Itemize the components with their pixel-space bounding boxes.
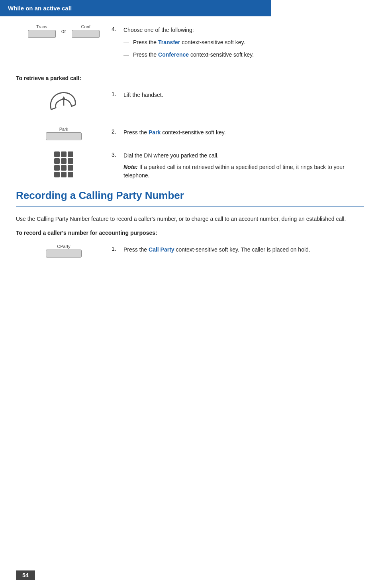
key-dot [61,165,67,171]
recording-step1-right: 1. Press the Call Party context-sensitiv… [112,244,364,254]
key-dot [61,158,67,164]
bullet-conference-text: Press the Conference context-sensitive s… [133,51,254,59]
step4-text-block: Choose one of the following: — Press the… [123,26,254,63]
section-divider [16,206,364,206]
note-body: If a parked call is not retrieved within… [123,164,345,179]
key-dot [54,151,60,157]
key-dot [68,151,73,157]
recording-step1-number: 1. [112,246,119,252]
retrieve-section: To retrieve a parked call: 1. [16,75,364,180]
step4-content: 4. Choose one of the following: — Press … [112,26,364,63]
retrieve-step3-row: 3. Dial the DN where you parked the call… [16,150,364,180]
step4-right: 4. Choose one of the following: — Press … [112,24,364,63]
key-dot [61,172,67,177]
note-bold: Note: [123,164,138,170]
key-dot [54,172,60,177]
trans-conf-group: Trans or Conf [28,24,100,38]
step4-intro: Choose one of the following: [123,26,254,34]
recording-step1-prefix: Press the [123,246,149,253]
page-number: 54 [16,570,35,580]
svg-marker-1 [62,96,66,100]
header-bar: While on an active call [0,0,271,16]
callparty-highlight: Call Party [149,246,174,253]
park-highlight: Park [149,129,161,136]
key-dot [61,151,67,157]
recording-heading: Recording a Calling Party Number [16,189,364,202]
park-key-wrapper: Park [46,127,82,140]
page-container: While on an active call Trans or Conf [0,0,380,588]
key-dot [68,172,73,177]
retrieve-step3-content: 3. Dial the DN where you parked the call… [112,151,364,180]
bullet-transfer-prefix: Press the [133,39,158,45]
recording-subsection-label: To record a caller's number for accounti… [16,230,364,236]
keypad-icon [53,150,75,179]
step4-row: Trans or Conf 4. Choose one of the follo… [16,24,364,63]
conf-label: Conf [81,24,90,29]
bullet-transfer-text: Press the Transfer context-sensitive sof… [133,38,245,47]
main-content: Trans or Conf 4. Choose one of the follo… [0,16,380,277]
header-text: While on an active call [8,5,72,12]
retrieve-step3-left [16,150,112,179]
cparty-button[interactable] [46,250,82,258]
recording-body: Use the Calling Party Number feature to … [16,214,364,223]
trans-label: Trans [36,24,47,29]
cparty-label: CParty [57,244,71,249]
retrieve-step2-right: 2. Press the Park context-sensitive soft… [112,127,364,137]
recording-step1-text: Press the Call Party context-sensitive s… [123,246,310,254]
key-dot [68,165,73,171]
park-label: Park [59,127,69,132]
retrieve-label: To retrieve a parked call: [16,75,364,81]
bullet-conference-prefix: Press the [133,51,158,58]
retrieve-step1-right: 1. Lift the handset. [112,89,364,99]
step4-left: Trans or Conf [16,24,112,38]
cparty-key-wrapper: CParty [46,244,82,258]
retrieve-step3-note: Note: If a parked call is not retrieved … [123,163,364,180]
retrieve-step3-block: Dial the DN where you parked the call. N… [123,151,364,180]
recording-section: Recording a Calling Party Number Use the… [16,189,364,258]
retrieve-step3-number: 3. [112,151,119,158]
step4-number: 4. [112,26,119,32]
recording-step1-content: 1. Press the Call Party context-sensitiv… [112,246,364,254]
retrieve-step1-left [16,89,112,117]
retrieve-step1-number: 1. [112,91,119,97]
retrieve-step3-right: 3. Dial the DN where you parked the call… [112,150,364,180]
dash2: — [123,51,129,59]
trans-key-wrapper: Trans [28,24,56,38]
park-button[interactable] [46,132,82,140]
conf-button[interactable] [72,30,100,38]
retrieve-step3-text: Dial the DN where you parked the call. [123,152,219,159]
retrieve-step2-row: Park 2. Press the Park context-sensitive… [16,127,364,140]
recording-step1-suffix: context-sensitive soft key. The caller i… [174,246,310,253]
bullet-conference-suffix: context-sensitive soft key. [189,51,254,58]
recording-step1-left: CParty [16,244,112,258]
handset-icon [46,89,82,117]
retrieve-step2-left: Park [16,127,112,140]
key-dot [54,165,60,171]
retrieve-step2-text: Press the Park context-sensitive soft ke… [123,128,226,137]
key-dot [54,158,60,164]
or-text: or [61,28,66,34]
key-dot [68,158,73,164]
dash1: — [123,38,129,47]
retrieve-step2-prefix: Press the [123,129,149,136]
retrieve-step2-content: 2. Press the Park context-sensitive soft… [112,128,364,137]
retrieve-step1-text: Lift the handset. [123,91,163,99]
transfer-highlight: Transfer [158,39,180,45]
bullet-conference: — Press the Conference context-sensitive… [123,51,254,59]
bullet-transfer-suffix: context-sensitive soft key. [180,39,245,45]
conf-key-wrapper: Conf [72,24,100,38]
retrieve-step1-row: 1. Lift the handset. [16,89,364,117]
retrieve-step2-number: 2. [112,128,119,135]
retrieve-step1-content: 1. Lift the handset. [112,91,364,99]
recording-step1-row: CParty 1. Press the Call Party context-s… [16,244,364,258]
retrieve-step2-suffix: context-sensitive soft key. [161,129,225,136]
bullet-transfer: — Press the Transfer context-sensitive s… [123,38,254,47]
conference-highlight: Conference [158,51,189,58]
step4-bullets: — Press the Transfer context-sensitive s… [123,38,254,59]
trans-button[interactable] [28,30,56,38]
